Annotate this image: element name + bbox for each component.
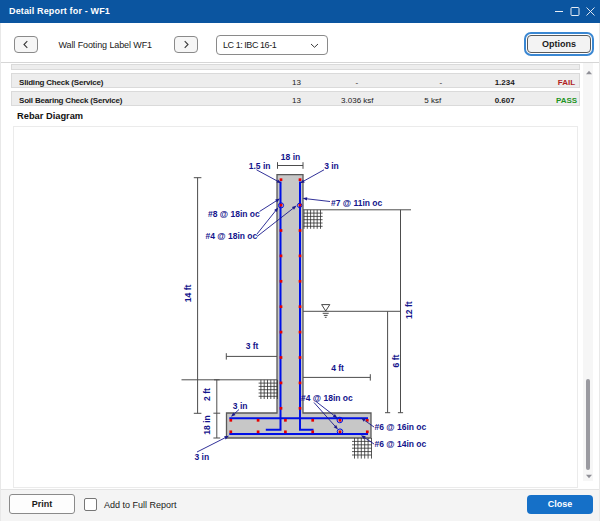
svg-text:#6 @ 14in oc: #6 @ 14in oc — [375, 439, 427, 449]
svg-text:3 in: 3 in — [233, 401, 248, 411]
svg-text:#4 @ 18in oc: #4 @ 18in oc — [206, 231, 258, 241]
svg-text:#6 @ 16in oc: #6 @ 16in oc — [375, 422, 427, 432]
svg-text:3 in: 3 in — [324, 161, 339, 171]
svg-text:18 in: 18 in — [281, 152, 300, 162]
svg-text:12 ft: 12 ft — [404, 301, 414, 319]
svg-text:2 ft: 2 ft — [202, 388, 212, 401]
svg-text:6 ft: 6 ft — [391, 354, 401, 367]
svg-text:#4 @ 18in oc: #4 @ 18in oc — [301, 393, 353, 403]
svg-text:3 in: 3 in — [194, 452, 209, 462]
svg-text:4 ft: 4 ft — [331, 363, 344, 373]
svg-text:18 in: 18 in — [202, 415, 212, 434]
svg-text:1.5 in: 1.5 in — [249, 161, 271, 171]
svg-text:#7 @ 11in oc: #7 @ 11in oc — [331, 198, 383, 208]
svg-text:3 ft: 3 ft — [246, 341, 259, 351]
svg-text:#8 @ 18in oc: #8 @ 18in oc — [208, 209, 260, 219]
svg-text:14 ft: 14 ft — [183, 284, 193, 302]
